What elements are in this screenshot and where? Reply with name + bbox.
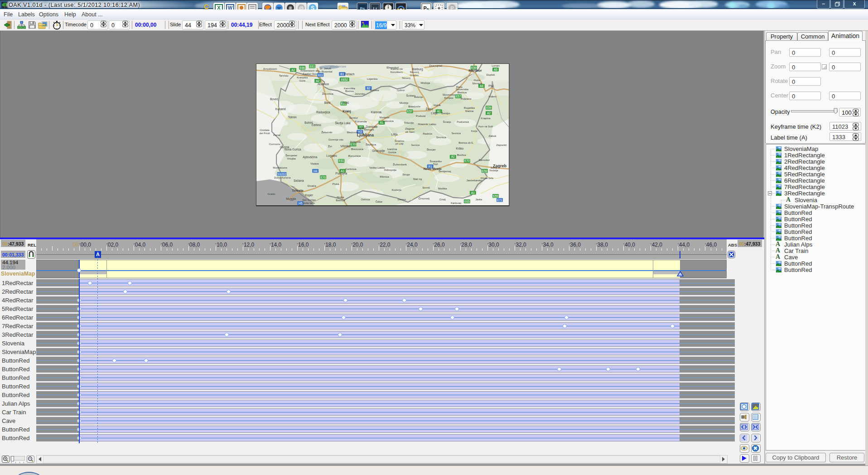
- svg-text:Vipava: Vipava: [310, 162, 319, 165]
- svg-text:SS202: SS202: [277, 173, 286, 176]
- svg-text:Finkenstein am: Finkenstein am: [301, 69, 319, 72]
- svg-text:Trieste: Trieste: [292, 189, 304, 193]
- svg-text:E70: E70: [320, 176, 326, 179]
- svg-text:Bistrica: Bistrica: [336, 199, 345, 202]
- svg-text:Topl.: Topl.: [433, 163, 439, 165]
- svg-text:Ferlach: Ferlach: [344, 73, 354, 76]
- svg-text:Ribnica: Ribnica: [380, 175, 389, 178]
- svg-text:Žužemberk: Žužemberk: [393, 163, 407, 166]
- svg-text:Kozje: Kozje: [471, 130, 477, 132]
- svg-text:Kanal: Kanal: [273, 133, 280, 136]
- svg-text:Ivančna: Ivančna: [387, 147, 397, 150]
- svg-text:Konjice: Konjice: [444, 96, 454, 99]
- svg-text:Kamnik: Kamnik: [371, 111, 382, 114]
- svg-text:Velike Lašče: Velike Lašče: [369, 166, 385, 169]
- svg-text:Bled: Bled: [324, 101, 330, 104]
- svg-text:Dobrepolje: Dobrepolje: [384, 169, 396, 171]
- svg-text:E59: E59: [482, 170, 487, 173]
- svg-text:Ozalj: Ozalj: [439, 198, 446, 201]
- svg-text:Celje: Celje: [431, 111, 438, 115]
- svg-text:Zabok: Zabok: [488, 134, 497, 137]
- svg-text:Škofljica: Škofljica: [366, 143, 376, 146]
- svg-text:Metlika: Metlika: [438, 187, 447, 190]
- svg-text:St. Jakob: St. Jakob: [320, 67, 332, 70]
- svg-text:pri Litiji: pri Litiji: [395, 142, 404, 145]
- svg-text:Duplek: Duplek: [486, 73, 495, 76]
- svg-text:Jastrebarsko: Jastrebarsko: [466, 179, 482, 182]
- svg-text:Maribor: Maribor: [468, 68, 482, 73]
- svg-text:Karlovac: Karlovac: [451, 201, 462, 204]
- svg-text:Slatina: Slatina: [465, 109, 474, 112]
- svg-text:Šentjernej: Šentjernej: [439, 170, 451, 173]
- svg-text:Kočevje: Kočevje: [392, 188, 402, 191]
- svg-text:E652: E652: [341, 78, 348, 81]
- svg-text:Cividale: Cividale: [260, 128, 270, 131]
- svg-text:Zaprešić: Zaprešić: [496, 143, 506, 146]
- svg-text:Lukovica: Lukovica: [382, 119, 394, 122]
- svg-text:Šenčur: Šenčur: [349, 116, 358, 119]
- svg-text:Brežice: Brežice: [457, 153, 467, 156]
- svg-text:H5: H5: [299, 202, 303, 205]
- svg-text:Slovenske: Slovenske: [443, 93, 456, 96]
- svg-text:Tržič: Tržič: [342, 101, 349, 104]
- svg-text:Gorenja vas: Gorenja vas: [328, 138, 343, 141]
- svg-text:Stari trg: Stari trg: [413, 178, 422, 180]
- svg-text:Semič: Semič: [422, 186, 430, 189]
- svg-text:Gerovo: Gerovo: [397, 198, 405, 201]
- svg-text:Bistrica: Bistrica: [345, 90, 354, 92]
- svg-text:Grado: Grado: [268, 192, 276, 195]
- svg-text:Osilnica: Osilnica: [361, 198, 370, 201]
- svg-text:Postojna: Postojna: [336, 172, 347, 175]
- svg-text:Vrhnika: Vrhnika: [340, 145, 350, 148]
- svg-text:Koper: Koper: [305, 194, 313, 197]
- svg-text:Krško: Krško: [456, 147, 463, 150]
- svg-text:Črnomelj: Črnomelj: [418, 197, 429, 200]
- svg-text:Samobor: Samobor: [479, 158, 490, 161]
- svg-text:Čabar: Čabar: [376, 200, 382, 203]
- svg-text:Škocjan: Škocjan: [427, 148, 436, 151]
- svg-text:San Dorligo: San Dorligo: [302, 199, 315, 201]
- svg-text:E65: E65: [464, 200, 470, 203]
- svg-text:della Valle: della Valle: [303, 202, 315, 204]
- svg-text:ob Savi: ob Savi: [405, 130, 414, 133]
- svg-text:Cerkno: Cerkno: [312, 123, 322, 126]
- svg-text:Ravne na: Ravne na: [391, 67, 403, 70]
- svg-text:Škofja Loka: Škofja Loka: [335, 121, 351, 125]
- svg-text:Rače: Rače: [456, 85, 463, 88]
- svg-text:Hrastnik: Hrastnik: [418, 122, 428, 126]
- svg-text:Domžale: Domžale: [366, 125, 377, 128]
- svg-text:Jesenice: Jesenice: [317, 82, 329, 86]
- svg-text:Klinča Sela: Klinča Sela: [481, 177, 494, 179]
- svg-text:Duino Aurisina: Duino Aurisina: [274, 176, 291, 179]
- svg-text:Sežana: Sežana: [294, 179, 304, 182]
- svg-text:Logatec: Logatec: [327, 154, 338, 158]
- svg-text:H4: H4: [313, 170, 318, 173]
- svg-text:Bistrica: Bistrica: [458, 91, 467, 94]
- svg-text:B1: B1: [340, 73, 344, 76]
- svg-text:Logarska: Logarska: [367, 78, 378, 80]
- svg-text:Žiri: Žiri: [328, 145, 332, 148]
- svg-text:Podčetrtek: Podčetrtek: [457, 121, 469, 123]
- svg-text:Mengeš: Mengeš: [364, 128, 374, 131]
- svg-text:Moravče: Moravče: [380, 116, 390, 119]
- svg-text:Hum na Sutli: Hum na Sutli: [478, 125, 493, 128]
- svg-text:Cerknica: Cerknica: [345, 167, 357, 170]
- svg-text:Solčava: Solčava: [370, 89, 379, 92]
- svg-text:Gradec: Gradec: [410, 73, 419, 77]
- svg-text:Kranj: Kranj: [342, 110, 351, 113]
- svg-text:A1: A1: [471, 191, 475, 194]
- svg-text:A2: A2: [316, 79, 319, 82]
- svg-text:Slovenj: Slovenj: [410, 70, 419, 73]
- svg-text:Mozirje: Mozirje: [400, 101, 409, 104]
- svg-text:Sevnica: Sevnica: [411, 144, 420, 146]
- svg-text:Šmarje: Šmarje: [443, 121, 451, 123]
- svg-text:Gora: Gora: [299, 79, 305, 82]
- svg-text:Hoče: Hoče: [474, 78, 481, 82]
- svg-text:Lenart: Lenart: [492, 64, 500, 67]
- svg-text:Zagorje: Zagorje: [405, 127, 415, 130]
- svg-text:Krapina: Krapina: [481, 116, 491, 120]
- svg-text:Dobrova: Dobrova: [350, 140, 361, 143]
- svg-text:Tolmin: Tolmin: [288, 116, 297, 119]
- svg-text:E70: E70: [351, 143, 356, 146]
- svg-text:Ajdovščina: Ajdovščina: [303, 155, 317, 159]
